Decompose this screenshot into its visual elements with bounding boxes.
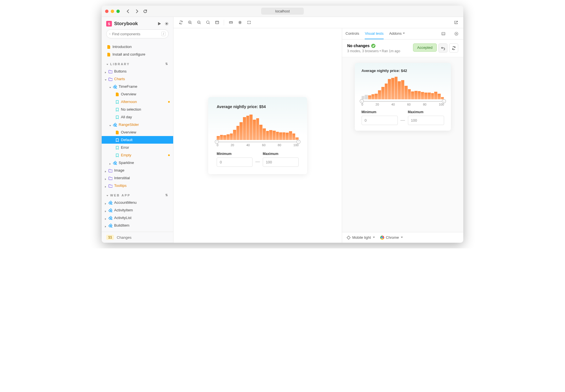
tab-controls[interactable]: Controls (345, 28, 359, 39)
story-icon (115, 153, 119, 157)
sidebar-item-rs-overview[interactable]: Overview (102, 128, 173, 136)
max-input[interactable] (263, 157, 299, 167)
ruler-icon[interactable] (227, 19, 235, 27)
zoom-out-icon[interactable] (195, 19, 203, 27)
component-icon (108, 201, 112, 205)
rerun-button[interactable] (449, 43, 458, 52)
histogram-bar (253, 120, 256, 140)
play-icon[interactable] (157, 22, 161, 26)
reload-icon[interactable] (143, 9, 147, 14)
card-title: Average nightly price: $42 (362, 69, 444, 73)
sidebar-item-charts[interactable]: Charts (102, 75, 173, 83)
section-library[interactable]: LIBRARY ⇅ (102, 58, 173, 67)
sidebar-item-rangeslider[interactable]: RangeSlider (102, 121, 173, 128)
sidebar-item-activityitem[interactable]: ActivityItem (102, 206, 173, 214)
story-icon (115, 146, 119, 150)
sidebar-item-tf-noselection[interactable]: No selection (102, 106, 173, 113)
minimize-window[interactable] (111, 10, 114, 13)
range-dash: — (401, 118, 405, 123)
histogram-bar (230, 133, 233, 140)
component-icon (108, 216, 112, 220)
viewport-icon[interactable] (213, 19, 221, 27)
min-label: Minimum (362, 110, 398, 114)
component-icon (108, 208, 112, 212)
section-webapp[interactable]: WEB APP ⇅ (102, 189, 173, 199)
search-input-wrap[interactable]: / (106, 29, 169, 38)
histogram-bar (371, 94, 375, 99)
tab-visual-tests[interactable]: Visual tests (365, 28, 383, 39)
sort-icon[interactable]: ⇅ (165, 62, 169, 66)
slider-handle-max[interactable]: || (296, 140, 301, 144)
addon-panel: Controls Visual tests Addons (342, 28, 463, 243)
changes-bar[interactable]: 11 Changes (102, 232, 173, 243)
chevron-right-icon (105, 218, 107, 220)
gear-icon[interactable] (165, 22, 169, 26)
tab-addons[interactable]: Addons (389, 28, 405, 39)
sidebar-item-tf-afternoon[interactable]: Afternoon (102, 98, 173, 106)
sidebar-item-introduction[interactable]: Introduction (102, 43, 173, 51)
sidebar-item-label: Install and configure (112, 52, 145, 56)
close-window[interactable] (105, 10, 108, 13)
min-input[interactable] (217, 157, 253, 167)
sidebar-item-buttons[interactable]: Buttons (102, 67, 173, 75)
sidebar-item-interstitial[interactable]: Interstitial (102, 174, 173, 182)
url-bar[interactable]: localhost (261, 8, 304, 15)
sidebar-item-tf-allday[interactable]: All day (102, 113, 173, 121)
doc-icon (115, 130, 119, 134)
sidebar-item-timeframe[interactable]: TimeFrame (102, 83, 173, 90)
histogram-bar (282, 132, 286, 140)
sidebar-item-label: ActivityList (114, 216, 131, 220)
forward-icon[interactable] (134, 9, 139, 14)
sidebar-item-sparkline[interactable]: Sparkline (102, 159, 173, 167)
min-input[interactable] (362, 116, 398, 125)
zoom-reset-icon[interactable] (204, 19, 212, 27)
histogram-bar (246, 116, 249, 140)
max-input[interactable] (408, 116, 444, 125)
outline-icon[interactable] (245, 19, 253, 27)
sidebar-item-rs-default[interactable]: Default (102, 136, 173, 144)
sidebar-item-label: Default (121, 138, 132, 142)
search-input[interactable] (112, 32, 160, 36)
panel-bottom-icon[interactable] (440, 30, 447, 38)
axis-ticks: 020406080100 (217, 143, 299, 147)
canvas-toolbar (173, 17, 463, 28)
folder-icon (108, 184, 112, 188)
undo-button[interactable] (438, 43, 447, 52)
slider-handle-min[interactable]: || (360, 99, 364, 103)
sidebar-item-rs-empty[interactable]: Empty (102, 151, 173, 159)
zoom-in-icon[interactable] (186, 19, 194, 27)
section-label: LIBRARY (110, 62, 130, 66)
content: Average nightly price: $54 || || 0204060… (173, 17, 463, 243)
histogram-bar (236, 126, 240, 140)
sidebar-item-tf-overview[interactable]: Overview (102, 90, 173, 98)
slider-handle-min[interactable]: || (215, 140, 219, 144)
open-external-icon[interactable] (452, 19, 460, 27)
histogram-bar (292, 133, 295, 140)
slider-track[interactable]: || || (362, 101, 444, 102)
sidebar-item-install[interactable]: Install and configure (102, 51, 173, 58)
maximize-window[interactable] (116, 10, 120, 13)
browser-selector[interactable]: Chrome (380, 235, 403, 240)
grid-icon[interactable] (236, 19, 244, 27)
slider-track[interactable]: || || (217, 142, 299, 142)
sort-icon[interactable]: ⇅ (165, 193, 169, 197)
sidebar-item-tooltips[interactable]: Tooltips (102, 182, 173, 189)
back-icon[interactable] (126, 9, 131, 14)
diamond-icon (347, 236, 351, 240)
sidebar-item-accountmenu[interactable]: AccountMenu (102, 199, 173, 206)
doc-icon (107, 45, 111, 49)
mode-selector[interactable]: Mobile light (347, 235, 375, 240)
sidebar-item-image[interactable]: Image (102, 167, 173, 174)
sidebar-item-activitylist[interactable]: ActivityList (102, 214, 173, 222)
accepted-button[interactable]: Accepted (413, 43, 437, 52)
sidebar-item-builditem[interactable]: BuildItem (102, 222, 173, 229)
sidebar-item-label: Charts (114, 77, 125, 81)
close-panel-icon[interactable] (453, 30, 460, 38)
titlebar: localhost (102, 6, 463, 17)
chevron-down-icon (109, 125, 111, 127)
chevron-down-icon (401, 236, 403, 239)
slider-handle-max[interactable]: || (442, 99, 446, 103)
sync-icon[interactable] (177, 19, 185, 27)
sidebar-item-label: ActivityItem (114, 208, 133, 212)
sidebar-item-rs-error[interactable]: Error (102, 144, 173, 151)
